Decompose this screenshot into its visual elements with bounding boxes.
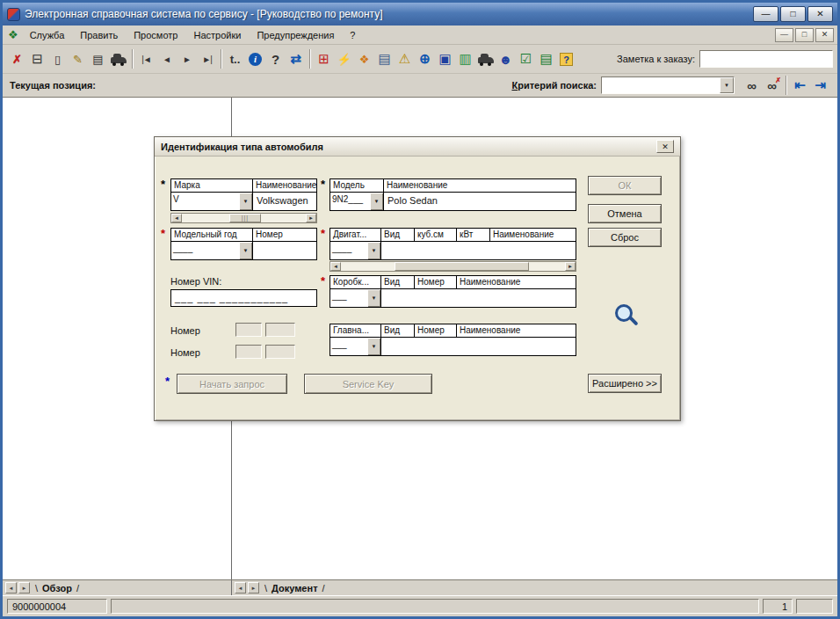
new-document-icon[interactable]: ▯ (47, 49, 68, 69)
model-combobox[interactable]: 9N2___ (330, 193, 384, 210)
scrollbar-thumb[interactable] (395, 262, 529, 271)
power-icon[interactable]: ⚡ (334, 49, 354, 69)
next-record-icon[interactable]: ► (177, 49, 197, 69)
jump-forward-icon[interactable]: ⇥ (810, 76, 830, 96)
menu-warnings[interactable]: Предупреждения (249, 28, 342, 42)
scroll-right-icon[interactable] (565, 262, 576, 271)
print-icon[interactable]: ⊟ (27, 49, 47, 69)
find-cancel-icon[interactable]: ∞✗ (762, 76, 782, 96)
gearbox-dropdown-icon[interactable] (367, 289, 380, 307)
dialog-close-icon[interactable]: ✕ (656, 140, 674, 153)
cancel-button[interactable]: Отмена (588, 204, 662, 223)
gearbox-combobox[interactable]: ___ (330, 289, 381, 307)
final-drive-combobox[interactable]: ___ (330, 338, 381, 355)
menu-settings[interactable]: Настройки (185, 28, 249, 42)
gearbox-row: ___ (329, 289, 576, 308)
engine-combobox[interactable]: ____ (330, 242, 381, 259)
dialog-title-bar[interactable]: Идентификация типа автомобиля ✕ (155, 137, 680, 157)
scroll-left-icon[interactable] (330, 262, 341, 271)
gearbox-required-marker: * (321, 274, 325, 288)
vehicle-data-icon[interactable] (475, 49, 496, 69)
menu-view[interactable]: Просмотр (126, 28, 185, 42)
last-record-icon[interactable]: ►| (197, 49, 217, 69)
minimize-icon[interactable]: — (753, 6, 778, 22)
final-drive-dropdown-icon[interactable] (367, 338, 380, 355)
title-bar[interactable]: Электронная справочная система по сервис… (3, 3, 837, 25)
info-glyph: i (249, 53, 262, 66)
manual-icon[interactable]: ▤ (536, 49, 556, 69)
service-key-button[interactable]: Service Key (304, 374, 432, 394)
brand-required-marker: * (161, 178, 165, 191)
help-book-glyph: ? (560, 53, 573, 66)
close-icon[interactable]: ✕ (807, 6, 833, 22)
menu-edit[interactable]: Править (72, 28, 126, 42)
mdi-close-icon[interactable]: ✕ (815, 28, 834, 42)
gearbox-header-row: Коробк... Вид Номер Наименование (329, 275, 576, 289)
model-year-combobox[interactable]: ____ (171, 242, 253, 259)
customer-icon[interactable]: ☻ (496, 49, 516, 69)
scrollbar-track[interactable] (182, 214, 306, 222)
brand-scrollbar[interactable] (170, 213, 317, 223)
toolbar: ✗ ⊟ ▯ ✎ ▤ |◄ ◄ ► ►| t.. i ? ⇄ ⊞ ⚡ ❖ ▤ ⚠ … (3, 45, 837, 74)
vehicle-icon[interactable] (108, 49, 128, 69)
model-year-column-header: Модельный год (171, 229, 253, 241)
model-dropdown-icon[interactable] (370, 193, 383, 210)
components-icon[interactable]: ⊞ (314, 49, 334, 69)
engine-dropdown-icon[interactable] (367, 242, 380, 259)
help-icon[interactable]: ? (265, 49, 286, 69)
brand-combobox[interactable]: V (171, 193, 253, 210)
first-record-icon[interactable]: |◄ (136, 49, 156, 69)
tab-overview[interactable]: Обзор (32, 583, 83, 594)
reset-button[interactable]: Сброс (588, 228, 662, 247)
warning-icon[interactable]: ⚠ (395, 49, 415, 69)
order-note-label: Заметка к заказу: (617, 54, 699, 64)
find-icon[interactable]: ∞ (742, 76, 762, 96)
scrollbar-thumb[interactable] (229, 214, 262, 222)
ok-button[interactable]: ОК (588, 176, 662, 195)
mdi-restore-icon[interactable]: □ (795, 28, 814, 42)
vin-input[interactable]: ___ ___ ___________ (170, 289, 317, 307)
edit-document-icon[interactable]: ✎ (68, 49, 88, 69)
document-system-icon[interactable]: ❖ (8, 28, 18, 41)
scroll-left-icon[interactable] (171, 214, 182, 222)
search-criteria-combobox[interactable] (601, 76, 735, 94)
mdi-minimize-icon[interactable]: — (775, 28, 793, 42)
text-mode-icon[interactable]: t.. (225, 49, 245, 69)
menu-help[interactable]: ? (342, 28, 363, 42)
checklist-icon[interactable]: ☑ (516, 49, 536, 69)
maximize-icon[interactable]: □ (780, 6, 806, 22)
number1-field-a[interactable] (235, 323, 262, 337)
documents-icon[interactable]: ❖ (354, 49, 374, 69)
number2-field-b[interactable] (265, 345, 295, 359)
print-cancel-icon[interactable]: ✗ (7, 49, 27, 69)
green-document-icon[interactable]: ▥ (455, 49, 475, 69)
copy-document-icon[interactable]: ▤ (88, 49, 108, 69)
disk-icon[interactable]: ▣ (435, 49, 455, 69)
scrollbar-track[interactable] (341, 262, 565, 271)
model-year-dropdown-icon[interactable] (239, 242, 252, 259)
tab-scroll-left-icon[interactable] (235, 582, 246, 594)
jump-back-icon[interactable]: ⇤ (790, 76, 810, 96)
globe-icon[interactable]: ⊕ (415, 49, 435, 69)
number2-field-a[interactable] (235, 345, 262, 359)
order-note-input[interactable] (699, 50, 833, 68)
start-query-button[interactable]: Начать запрос (177, 374, 287, 394)
extended-button[interactable]: Расширено >> (588, 374, 662, 393)
tab-scroll-left-icon[interactable] (5, 582, 17, 594)
status-order-number: 9000000004 (7, 599, 107, 614)
tab-document[interactable]: Документ (261, 583, 329, 594)
brand-dropdown-icon[interactable] (239, 193, 252, 210)
previous-record-icon[interactable]: ◄ (156, 49, 177, 69)
info-icon[interactable]: i (245, 49, 265, 69)
table-icon[interactable]: ▤ (374, 49, 395, 69)
tab-scroll-right-icon[interactable] (248, 582, 259, 594)
refresh-icon[interactable]: ⇄ (286, 49, 306, 69)
menu-service[interactable]: Служба (22, 28, 73, 42)
scroll-right-icon[interactable] (306, 214, 316, 222)
tab-scroll-right-icon[interactable] (18, 582, 30, 594)
engine-scrollbar[interactable] (329, 261, 576, 272)
help-book-icon[interactable]: ? (556, 49, 576, 69)
dropdown-arrow-icon[interactable] (720, 77, 734, 93)
search-criteria-input[interactable] (602, 77, 720, 93)
number1-field-b[interactable] (265, 323, 295, 337)
